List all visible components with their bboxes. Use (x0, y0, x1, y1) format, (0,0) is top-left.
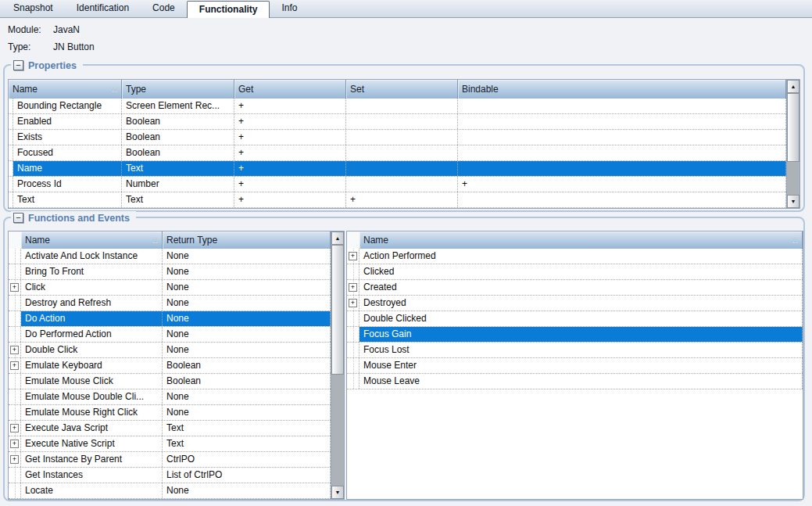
functions-table-body: Activate And Lock InstanceNoneBring To F… (9, 249, 331, 499)
expand-node-icon[interactable]: + (349, 252, 357, 260)
sort-ascending-icon: △ (792, 231, 798, 249)
property-row[interactable]: NameText+ (9, 161, 786, 177)
sort-ascending-icon: △ (112, 80, 117, 99)
properties-column-type[interactable]: Type (122, 80, 234, 99)
collapse-properties-button[interactable]: − (13, 60, 23, 70)
property-row[interactable]: FocusedBoolean+ (9, 145, 786, 161)
function-cell-return-type: None (163, 405, 331, 420)
property-cell-type: Text (122, 161, 234, 176)
function-row[interactable]: +Execute Java ScriptText (9, 421, 331, 436)
property-row[interactable]: Bounding RectangleScreen Element Rec...+ (9, 99, 786, 114)
property-cell-type: Boolean (122, 114, 234, 129)
property-cell-name: Name (13, 161, 122, 176)
event-row[interactable]: Mouse Leave (347, 374, 803, 389)
scroll-up-icon[interactable]: ▲ (331, 231, 344, 245)
function-cell-name: Get Instance By Parent (21, 452, 163, 467)
event-cell-name: Focus Gain (359, 327, 803, 342)
tab-code[interactable]: Code (141, 0, 187, 17)
function-row[interactable]: +Get Instance By ParentCtrlPO (9, 452, 331, 468)
function-row[interactable]: Bring To FrontNone (9, 264, 331, 280)
expand-node-icon[interactable]: + (349, 299, 357, 307)
functions-column-name[interactable]: Name△ (21, 231, 163, 249)
property-cell-name: Focused (13, 145, 122, 160)
functions-table-header: Name△Return Type (9, 231, 331, 249)
properties-scrollbar-thumb[interactable] (787, 93, 799, 162)
event-row[interactable]: +Created (347, 280, 803, 296)
tree-gutter-header (9, 231, 21, 249)
event-cell-name: Mouse Enter (359, 358, 803, 373)
function-cell-return-type: None (163, 389, 331, 404)
collapse-functions-button[interactable]: − (13, 213, 23, 223)
expand-node-icon[interactable]: + (10, 346, 19, 354)
function-row[interactable]: Emulate Mouse Double Cli...None (9, 389, 331, 405)
event-row[interactable]: +Action Performed (347, 249, 803, 264)
properties-column-bindable[interactable]: Bindable (458, 80, 786, 99)
function-row[interactable]: +Emulate KeyboardBoolean (9, 358, 331, 374)
tree-gutter-header (347, 231, 359, 249)
function-row[interactable]: Get InstancesList of CtrlPO (9, 468, 331, 483)
event-row[interactable]: Focus Lost (347, 343, 803, 358)
property-row[interactable]: TextText++ (9, 192, 786, 208)
functions-scrollbar[interactable]: ▲ ▼ (331, 231, 344, 499)
function-row[interactable]: Activate And Lock InstanceNone (9, 249, 331, 264)
event-row[interactable]: Focus Gain (347, 327, 803, 343)
events-column-name[interactable]: Name△ (359, 231, 803, 249)
property-row[interactable]: Process IdNumber++ (9, 177, 786, 192)
tab-bar: SnapshotIdentificationCodeFunctionalityI… (0, 0, 812, 18)
function-cell-name: Execute Native Script (21, 436, 163, 451)
event-cell-name: Action Performed (359, 249, 803, 264)
expand-node-icon[interactable]: + (10, 455, 19, 464)
expand-node-icon[interactable]: + (10, 283, 19, 292)
function-row[interactable]: Emulate Mouse ClickBoolean (9, 374, 331, 389)
event-row[interactable]: Clicked (347, 264, 803, 280)
expand-node-icon[interactable]: + (10, 361, 19, 370)
properties-column-get[interactable]: Get (234, 80, 346, 99)
expand-node-icon[interactable]: + (349, 283, 357, 292)
properties-column-name[interactable]: Name△ (9, 80, 122, 99)
function-row[interactable]: Do Performed ActionNone (9, 327, 331, 343)
property-cell-get: + (234, 145, 346, 160)
row-gutter (9, 468, 21, 483)
function-cell-name: Bring To Front (21, 264, 163, 279)
tab-info[interactable]: Info (270, 0, 309, 17)
scroll-down-icon[interactable]: ▼ (787, 195, 799, 208)
row-gutter (9, 192, 13, 207)
property-cell-bindable: + (458, 177, 786, 192)
scroll-up-icon[interactable]: ▲ (787, 80, 799, 93)
tab-snapshot[interactable]: Snapshot (2, 0, 65, 17)
function-row[interactable]: +Double ClickNone (9, 343, 331, 358)
event-row[interactable]: Double Clicked (347, 311, 803, 327)
expand-node-icon[interactable]: + (10, 424, 19, 432)
events-table: Name△ +Action PerformedClicked+Created+D… (346, 231, 803, 500)
function-row[interactable]: LocateNone (9, 483, 331, 499)
properties-column-set[interactable]: Set (346, 80, 458, 99)
row-gutter: + (9, 452, 21, 467)
property-cell-name: Text (13, 192, 122, 207)
scroll-down-icon[interactable]: ▼ (331, 486, 344, 499)
functions-column-return-type[interactable]: Return Type (163, 231, 331, 249)
expand-node-icon[interactable]: + (10, 440, 19, 448)
tab-identification[interactable]: Identification (65, 0, 141, 17)
function-cell-return-type: None (163, 483, 331, 498)
property-cell-get: + (234, 177, 346, 192)
function-row[interactable]: +Execute Native ScriptText (9, 436, 331, 452)
event-row[interactable]: Mouse Enter (347, 358, 803, 374)
tab-functionality[interactable]: Functionality (187, 1, 270, 18)
function-cell-return-type: Text (163, 421, 331, 436)
function-cell-return-type: CtrlPO (163, 452, 331, 467)
function-row[interactable]: Emulate Mouse Right ClickNone (9, 405, 331, 421)
function-row[interactable]: +ClickNone (9, 280, 331, 296)
property-row[interactable]: ExistsBoolean+ (9, 130, 786, 145)
row-gutter (9, 374, 21, 389)
functions-scrollbar-thumb[interactable] (331, 245, 344, 375)
module-label: Module: (8, 24, 53, 35)
functions-events-group: − Functions and Events Name△Return Type … (3, 217, 805, 501)
properties-table: Name△TypeGetSetBindable Bounding Rectang… (8, 79, 800, 209)
property-row[interactable]: EnabledBoolean+ (9, 114, 786, 130)
property-cell-get: + (234, 192, 346, 207)
function-row[interactable]: Do ActionNone (9, 311, 331, 327)
row-gutter (347, 264, 359, 279)
properties-scrollbar[interactable]: ▲ ▼ (786, 80, 799, 208)
event-row[interactable]: +Destroyed (347, 296, 803, 311)
function-row[interactable]: Destroy and RefreshNone (9, 296, 331, 311)
